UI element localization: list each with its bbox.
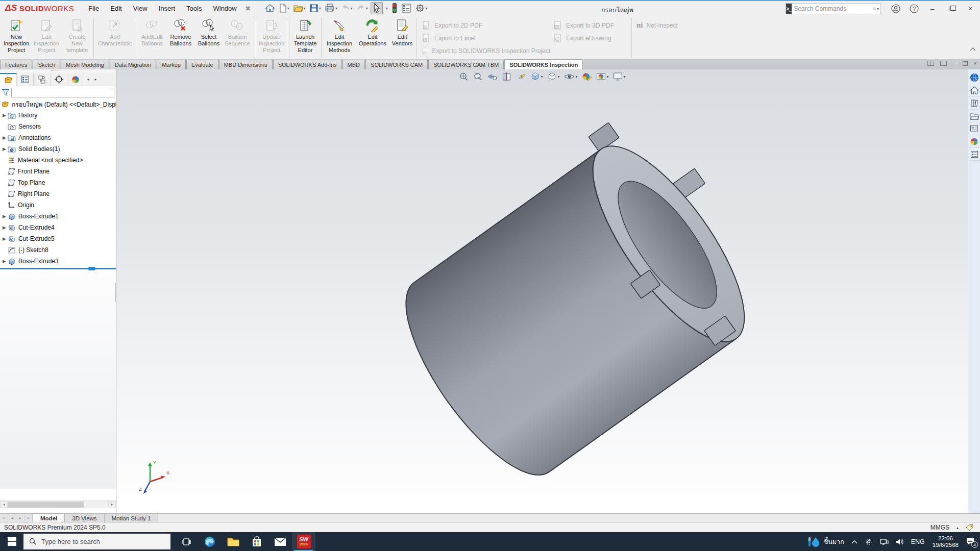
model-canvas[interactable] [116, 69, 968, 513]
expand-arrow-icon[interactable]: ▶ [1, 259, 8, 264]
model-cylinder[interactable] [370, 97, 789, 496]
filter-funnel-icon[interactable] [2, 88, 10, 96]
scrollbar-thumb[interactable] [8, 502, 84, 508]
tree-item-origin[interactable]: Origin [0, 199, 116, 211]
task-view-button[interactable] [175, 532, 198, 551]
nav-last-icon[interactable]: » [24, 514, 33, 522]
edge-browser-icon[interactable] [198, 532, 222, 551]
menu-window[interactable]: Window [213, 5, 236, 12]
file-explorer-icon[interactable] [969, 110, 980, 122]
nav-prev-icon[interactable]: ◂ [8, 514, 16, 522]
tray-expand-chevron[interactable] [848, 532, 861, 551]
microsoft-store-icon[interactable] [245, 532, 268, 551]
units-selector[interactable]: MMGS [930, 524, 949, 531]
dimxpertmanager-tab[interactable] [51, 73, 67, 86]
caret-down-icon[interactable]: ▾ [335, 6, 337, 11]
featuremanager-tree-tab[interactable] [0, 73, 17, 86]
tree-item-sketch8[interactable]: (-) Sketch8 [0, 244, 116, 256]
tag-icon[interactable] [966, 524, 974, 531]
nav-next-icon[interactable]: ▸ [16, 514, 24, 522]
tree-item-boss-extrude3[interactable]: ▶ Boss-Extrude3 [0, 256, 116, 267]
scroll-left-icon[interactable]: ◂ [0, 501, 8, 508]
window-restore-button[interactable] [944, 3, 959, 15]
doctab-model[interactable]: Model [33, 514, 65, 522]
tab-data-migration[interactable]: Data Migration [110, 60, 157, 69]
tree-root-part[interactable]: กรอบใหญ่พ (Default) <<Default>_Displ [0, 98, 116, 110]
launch-template-editor-button[interactable]: Launch Template Editor [291, 16, 320, 59]
design-library-icon[interactable] [969, 97, 980, 110]
new-inspection-project-button[interactable]: New Inspection Project [2, 16, 31, 59]
expand-arrow-icon[interactable]: ▶ [1, 214, 8, 219]
menu-edit[interactable]: Edit [110, 5, 121, 12]
home-tab-icon[interactable] [969, 84, 980, 97]
3dexperience-marketplace-icon[interactable] [969, 71, 980, 84]
tree-item-boss-extrude1[interactable]: ▶ Boss-Extrude1 [0, 211, 116, 222]
doc-restore-button[interactable] [963, 61, 968, 66]
expand-arrow-icon[interactable]: ▶ [1, 225, 8, 230]
expand-arrow-icon[interactable]: ▶ [1, 113, 8, 118]
propertymanager-tab[interactable] [17, 73, 34, 86]
edit-vendors-button[interactable]: Edit Vendors [389, 16, 415, 59]
tree-item-material[interactable]: Material <not specified> [0, 155, 116, 166]
save-button[interactable]: ▾ [308, 2, 322, 14]
mail-icon[interactable] [268, 532, 292, 551]
doc-close-button[interactable]: × [974, 60, 977, 66]
panel-tabs-scroll-left[interactable]: ◂ [84, 73, 92, 86]
orientation-triad[interactable]: Y X Z [135, 457, 170, 495]
weather-humidity-widget[interactable]: ชื้นมาก [804, 532, 848, 551]
tree-item-cut-extrude4[interactable]: ▶ Cut-Extrude4 [0, 222, 116, 233]
menu-view[interactable]: View [133, 5, 148, 12]
tree-item-front-plane[interactable]: Front Plane [0, 166, 116, 177]
network-icon[interactable] [876, 532, 892, 551]
panel-tabs-scroll-right[interactable]: ▸ [92, 73, 100, 86]
start-button[interactable] [0, 532, 23, 551]
doctab-3d-views[interactable]: 3D Views [65, 514, 104, 522]
ribbon-collapse-icon[interactable] [970, 47, 976, 51]
solidworks-taskbar-icon[interactable]: SW2024 [292, 532, 315, 551]
select-balloons-button[interactable]: 11 Select Balloons [195, 16, 223, 59]
view-palette-icon[interactable] [969, 122, 980, 135]
window-minimize-button[interactable]: – [925, 3, 940, 15]
caret-down-icon[interactable]: ▾ [304, 6, 306, 11]
tree-item-history[interactable]: ▶ History [0, 110, 116, 121]
tab-solidworks-addins[interactable]: SOLIDWORKS Add-Ins [273, 60, 342, 69]
caret-down-icon[interactable]: ▾ [319, 6, 321, 11]
tab-features[interactable]: Features [0, 60, 32, 69]
taskbar-search-input[interactable] [41, 538, 170, 545]
tab-solidworks-inspection[interactable]: SOLIDWORKS Inspection [504, 59, 583, 69]
tray-meet-now-icon[interactable] [861, 532, 876, 551]
tree-item-annotations[interactable]: ▶ A Annotations [0, 132, 116, 143]
clock[interactable]: 22:06 19/6/2568 [928, 535, 963, 548]
remove-balloons-button[interactable]: 11 Remove Balloons [166, 16, 195, 59]
split-pane-icon[interactable] [927, 61, 934, 66]
units-caret-icon[interactable]: ▴ [957, 525, 959, 530]
single-pane-icon[interactable] [940, 61, 947, 66]
search-commands-input[interactable] [794, 5, 873, 12]
command-search[interactable]: >_ ▾ [785, 3, 881, 14]
menu-file[interactable]: File [88, 5, 99, 12]
inspection-traffic-light-icon[interactable] [390, 2, 399, 14]
tab-sketch[interactable]: Sketch [33, 60, 60, 69]
new-document-button[interactable]: ▾ [278, 2, 290, 14]
appearances-scenes-icon[interactable] [969, 135, 980, 148]
tree-filter-input[interactable] [11, 88, 114, 97]
panel-horizontal-scrollbar[interactable]: ◂ ▸ [0, 500, 116, 508]
select-tool-caret[interactable]: ▾ [384, 2, 389, 14]
graphics-viewport[interactable]: A ▾ ▾ ▾ ▾ ▾ [116, 69, 968, 513]
expand-arrow-icon[interactable]: ▶ [1, 135, 8, 140]
tree-item-solid-bodies[interactable]: ▶ Solid Bodies(1) [0, 143, 116, 155]
custom-properties-icon[interactable] [969, 148, 980, 161]
tab-mbd[interactable]: MBD [342, 60, 365, 69]
tree-item-cut-extrude5[interactable]: ▶ Cut-Extrude5 [0, 233, 116, 244]
file-explorer-taskbar-icon[interactable] [222, 532, 245, 551]
window-close-button[interactable]: × [963, 3, 978, 15]
print-button[interactable]: ▾ [324, 2, 338, 14]
configurationmanager-tab[interactable] [34, 73, 51, 86]
expand-arrow-icon[interactable]: ▶ [1, 146, 8, 152]
caret-down-icon[interactable]: ▾ [287, 6, 289, 11]
select-tool-button[interactable] [371, 2, 383, 14]
language-indicator[interactable]: ENG [908, 532, 928, 551]
edit-inspection-methods-button[interactable]: Edit Inspection Methods [323, 16, 356, 59]
tab-solidworks-cam-tbm[interactable]: SOLIDWORKS CAM TBM [428, 60, 504, 69]
scroll-right-icon[interactable]: ▸ [108, 501, 116, 508]
